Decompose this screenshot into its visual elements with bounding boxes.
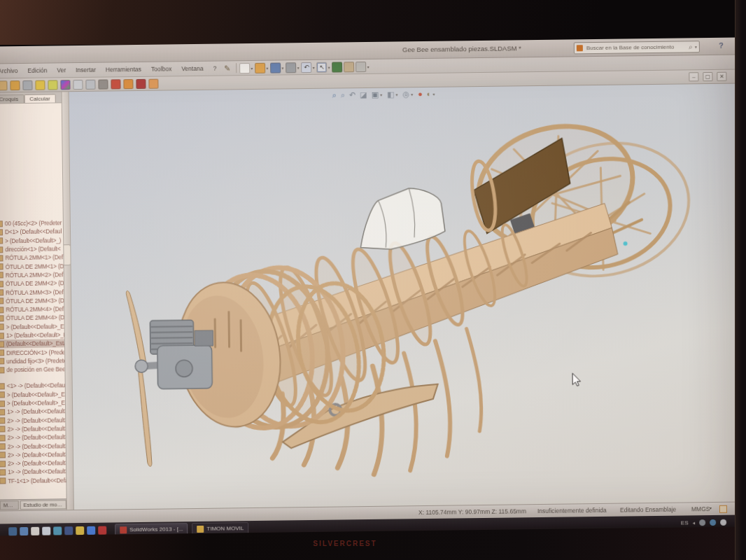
view-tool-button[interactable]: ▣▾: [372, 90, 383, 99]
dropdown-arrow-icon[interactable]: ▾: [251, 65, 253, 70]
dropdown-arrow-icon[interactable]: ▾: [266, 65, 268, 70]
bottom-tab[interactable]: Estudio de movimiento 1: [20, 500, 66, 510]
toolbar-button[interactable]: ▾: [255, 62, 269, 73]
menu-item[interactable]: Ver: [52, 66, 71, 74]
taskbar-app-icon[interactable]: [8, 527, 17, 536]
menu-item[interactable]: Ventana: [176, 65, 208, 73]
tree-item[interactable]: D<1> (Default<<Defaul: [0, 227, 63, 237]
tree-item[interactable]: 00 (45cc)<2> (Predeter: [0, 218, 63, 227]
tree-item[interactable]: 2> -> (Default<<Default>_Est: [0, 433, 66, 442]
tree-item[interactable]: ÓTULA DE 2MM<4> (Def: [0, 314, 64, 323]
search-input[interactable]: [585, 43, 687, 52]
view-tool-button[interactable]: ◎▾: [402, 89, 414, 99]
assembly-tool-icon[interactable]: [123, 79, 133, 89]
taskbar-app-icon[interactable]: [64, 526, 73, 535]
dropdown-arrow-icon[interactable]: ▾: [297, 65, 299, 70]
tree-item[interactable]: > (Default<<Default>_Est: [0, 322, 64, 331]
graphics-viewport[interactable]: ⌕▾ ⌕▾ ↶▾ ◪▾: [69, 84, 742, 510]
units-dropdown-icon[interactable]: ▾: [710, 505, 712, 510]
view-tool-button[interactable]: ◐▾: [427, 89, 436, 99]
assembly-tool-icon[interactable]: [48, 80, 57, 90]
tree-item[interactable]: 1> (Default<<Default>_Es: [0, 330, 64, 340]
tree-item[interactable]: 1> -> (Default<<Default>_Est: [0, 407, 65, 416]
tree-item[interactable]: undidad fijo<3> (Predeterm: [0, 356, 64, 365]
view-tool-button[interactable]: ⌕▾: [341, 90, 345, 99]
minimize-window-icon[interactable]: –: [689, 72, 698, 81]
dropdown-arrow-icon[interactable]: ▾: [367, 64, 370, 69]
toolbar-button[interactable]: ↖▾: [316, 62, 330, 72]
menu-item[interactable]: Toolbox: [146, 65, 176, 73]
assembly-tool-icon[interactable]: [10, 80, 20, 90]
close-window-icon[interactable]: ✕: [717, 72, 726, 81]
assembly-tool-icon[interactable]: [73, 79, 83, 89]
tree-item[interactable]: 2> -> (Default<<Default>_Est: [0, 458, 66, 468]
tree-item[interactable]: 2> -> (Default<<Default>_Est: [0, 450, 66, 459]
language-indicator[interactable]: ES: [681, 519, 689, 526]
taskbar-app-icon[interactable]: [76, 526, 84, 534]
tray-clock-icon[interactable]: [699, 519, 705, 526]
menu-item[interactable]: Insertar: [71, 66, 101, 74]
tree-item[interactable]: DIRECCIÓN<1> (Predeterm: [0, 348, 64, 357]
toolbar-button[interactable]: ▾: [270, 62, 284, 73]
tray-volume-icon[interactable]: [720, 519, 726, 526]
toolbar-button[interactable]: ▾: [356, 61, 370, 71]
tree-item[interactable]: 2> -> (Default<<Default>_Est: [0, 416, 65, 425]
menu-item[interactable]: Archivo: [0, 67, 23, 75]
assembly-tool-icon[interactable]: [22, 80, 32, 90]
dropdown-arrow-icon[interactable]: ▾: [328, 64, 330, 69]
assembly-tool-icon[interactable]: [60, 80, 70, 90]
view-tool-button[interactable]: ⌕▾: [332, 90, 337, 100]
toolbar-button[interactable]: ▾: [344, 62, 354, 72]
toolbar-button[interactable]: ▾: [239, 62, 253, 73]
tray-network-icon[interactable]: [710, 519, 716, 526]
taskbar-app-icon[interactable]: [87, 526, 95, 534]
tree-item[interactable]: > (Default<<Default>_Estado: [0, 398, 65, 407]
taskbar-app-icon[interactable]: [42, 526, 50, 535]
menu-item[interactable]: ?: [208, 65, 221, 72]
toolbar-button[interactable]: ↶▾: [301, 62, 315, 72]
tree-item[interactable]: ÓTULA DE 2MM<3> (Def: [0, 296, 64, 305]
tree-item[interactable]: RÓTULA 2MM<3> (Defau: [0, 288, 64, 297]
menu-item[interactable]: Herramientas: [101, 66, 146, 74]
command-tab[interactable]: Calcular: [24, 94, 55, 103]
dropdown-arrow-icon[interactable]: ▾: [313, 64, 315, 69]
tree-item[interactable]: 2> -> (Default<<Default>_Est: [0, 442, 66, 451]
assembly-tool-icon[interactable]: [98, 79, 108, 89]
assembly-tool-icon[interactable]: [85, 79, 95, 89]
taskbar-app-icon[interactable]: [20, 526, 28, 535]
assembly-3d-model[interactable]: [69, 84, 742, 509]
search-icon[interactable]: ⌕: [689, 43, 693, 50]
tray-expand-icon[interactable]: ◂: [693, 520, 696, 526]
toolbar-button[interactable]: ▾: [286, 62, 300, 73]
dropdown-arrow-icon[interactable]: ▾: [281, 65, 283, 70]
search-dropdown-icon[interactable]: ▾: [695, 44, 697, 49]
status-units[interactable]: MMGS: [691, 505, 710, 512]
restore-window-icon[interactable]: ▢: [703, 72, 712, 81]
tree-item[interactable]: 2> -> (Default<<Default>_Est: [0, 424, 66, 433]
tree-item[interactable]: RÓTULA 2MM<1> (Defau: [0, 253, 64, 262]
tree-item[interactable]: ÓTULA DE 2MM<2> (Def: [0, 279, 64, 288]
toolbar-button[interactable]: ▾: [332, 62, 342, 72]
view-tool-button[interactable]: ↶▾: [349, 90, 356, 99]
knowledge-base-search[interactable]: ⌕ ▾: [574, 41, 700, 54]
assembly-tool-icon[interactable]: [136, 78, 146, 88]
pencil-icon[interactable]: ✎: [224, 64, 230, 73]
view-tool-button[interactable]: ◪▾: [360, 90, 367, 99]
assembly-tool-icon[interactable]: [148, 78, 158, 88]
tree-item[interactable]: <1> -> (Default<<Default>_): [0, 382, 65, 391]
status-tag-icon[interactable]: [719, 505, 727, 513]
bottom-tab[interactable]: Modelo: [0, 500, 19, 510]
taskbar-app-icon[interactable]: [31, 526, 39, 535]
tree-item[interactable]: RÓTULA 2MM<2> (Defau: [0, 270, 64, 279]
splitter-grip-icon[interactable]: [64, 244, 71, 265]
tree-item[interactable]: ÓTULA DE 2MM<1> (Def: [0, 262, 64, 271]
tree-item[interactable]: dirección<1> (Default<: [0, 244, 63, 253]
tree-item[interactable]: (Default<<Default>_Estad: [0, 339, 64, 348]
tree-item[interactable]: > (Default<<Default>_Estado: [0, 390, 65, 399]
menu-item[interactable]: Edición: [22, 66, 52, 74]
view-tool-button[interactable]: ●▾: [418, 89, 423, 99]
taskbar-app-icon[interactable]: [53, 526, 62, 535]
assembly-tool-icon[interactable]: [111, 79, 120, 89]
assembly-tool-icon[interactable]: [0, 80, 8, 90]
view-tool-button[interactable]: ◧▾: [387, 89, 399, 99]
